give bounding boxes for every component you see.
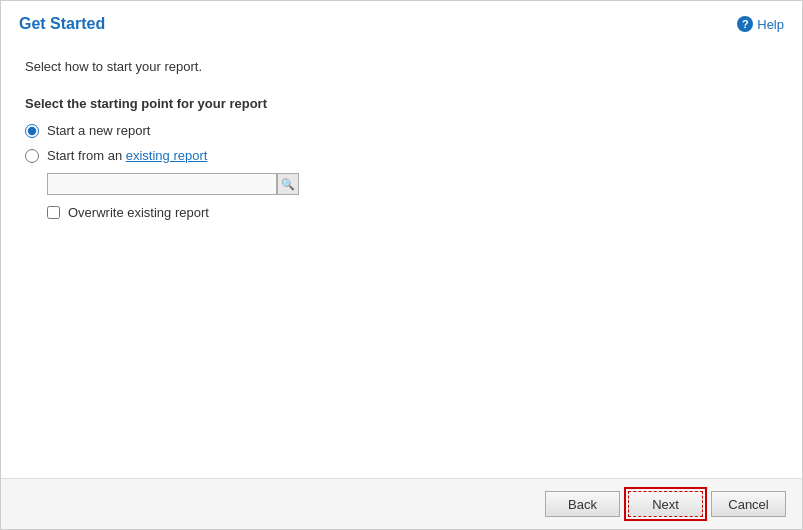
header: Get Started ? Help xyxy=(1,1,802,43)
radio-existing[interactable] xyxy=(25,149,39,163)
radio-existing-prefix: Start from an xyxy=(47,148,126,163)
section-label: Select the starting point for your repor… xyxy=(25,96,778,111)
overwrite-checkbox[interactable] xyxy=(47,206,60,219)
footer: Back Next Cancel xyxy=(1,478,802,529)
help-link[interactable]: ? Help xyxy=(737,16,784,32)
overwrite-label[interactable]: Overwrite existing report xyxy=(68,205,209,220)
next-button[interactable]: Next xyxy=(628,491,703,517)
help-label: Help xyxy=(757,17,784,32)
existing-input-row: 🔍 xyxy=(47,173,778,195)
content: Select how to start your report. Select … xyxy=(1,43,802,478)
browse-icon: 🔍 xyxy=(281,178,295,191)
cancel-button[interactable]: Cancel xyxy=(711,491,786,517)
subtitle: Select how to start your report. xyxy=(25,59,778,74)
back-button[interactable]: Back xyxy=(545,491,620,517)
overwrite-row: Overwrite existing report xyxy=(47,205,778,220)
page: Get Started ? Help Select how to start y… xyxy=(0,0,803,530)
radio-existing-label[interactable]: Start from an existing report xyxy=(47,148,207,163)
browse-button[interactable]: 🔍 xyxy=(277,173,299,195)
radio-group: Start a new report Start from an existin… xyxy=(25,123,778,163)
page-title: Get Started xyxy=(19,15,105,33)
radio-new-item: Start a new report xyxy=(25,123,778,138)
existing-report-input[interactable] xyxy=(47,173,277,195)
radio-existing-link[interactable]: existing report xyxy=(126,148,208,163)
radio-new-label[interactable]: Start a new report xyxy=(47,123,150,138)
radio-existing-item: Start from an existing report xyxy=(25,148,778,163)
help-icon: ? xyxy=(737,16,753,32)
radio-new[interactable] xyxy=(25,124,39,138)
